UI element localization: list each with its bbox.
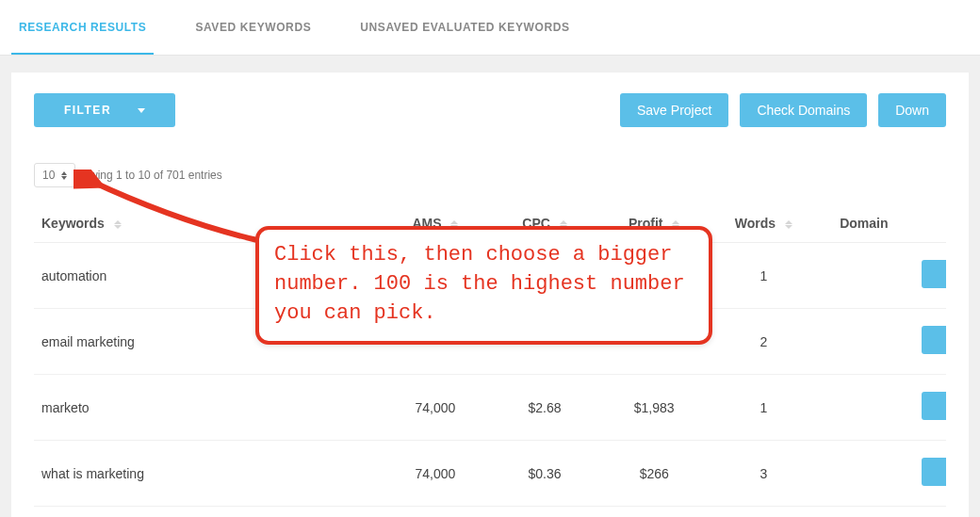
sort-icon	[114, 220, 122, 229]
row-action-button[interactable]	[922, 326, 946, 354]
page-size-value: 10	[42, 169, 55, 182]
cell-domain	[818, 507, 909, 518]
check-domains-button[interactable]: Check Domains	[740, 93, 867, 127]
cell-words: 3	[709, 441, 818, 507]
cell-words: 2	[709, 309, 818, 375]
cell-domain	[818, 441, 909, 507]
cell-domain	[818, 243, 909, 309]
showing-text: owing 1 to 10 of 701 entries	[83, 169, 221, 182]
tab-saved-keywords[interactable]: SAVED KEYWORDS	[188, 0, 318, 55]
tab-unsaved-evaluated-keywords[interactable]: UNSAVED EVALUATED KEYWORDS	[352, 0, 577, 55]
cell-profit: $3,230	[599, 507, 709, 518]
page-size-select[interactable]: 10	[34, 163, 75, 187]
table-row: marketing automation22,200$14.55$3,2302	[34, 507, 946, 518]
cell-ams: 22,200	[381, 507, 490, 518]
row-action-button[interactable]	[922, 392, 946, 420]
filter-button[interactable]: FILTER	[34, 93, 175, 127]
column-header-domain[interactable]: Domain	[818, 204, 909, 243]
cell-words: 2	[709, 507, 818, 518]
cell-words: 1	[709, 375, 818, 441]
cell-cpc: $14.55	[490, 507, 599, 518]
chevron-down-icon	[138, 108, 145, 113]
cell-domain	[818, 375, 909, 441]
annotation-callout: Click this, then choose a bigger number.…	[255, 226, 712, 345]
save-project-button[interactable]: Save Project	[620, 93, 728, 127]
annotation-text: Click this, then choose a bigger number.…	[274, 243, 685, 325]
tab-research-results[interactable]: RESEARCH RESULTS	[11, 0, 154, 55]
download-button[interactable]: Down	[878, 93, 946, 127]
cell-domain	[818, 309, 909, 375]
cell-ams: 74,000	[381, 441, 490, 507]
table-row: what is marketing74,000$0.36$2663	[34, 441, 946, 507]
cell-profit: $266	[599, 441, 709, 507]
cell-words: 1	[709, 243, 818, 309]
stepper-icon	[61, 171, 67, 180]
column-header-words[interactable]: Words	[709, 204, 818, 243]
cell-cpc: $2.68	[490, 375, 599, 441]
cell-ams: 74,000	[381, 375, 490, 441]
cell-keyword: marketo	[34, 375, 381, 441]
cell-cpc: $0.36	[490, 441, 599, 507]
tab-bar: RESEARCH RESULTS SAVED KEYWORDS UNSAVED …	[0, 0, 980, 56]
row-action-button[interactable]	[922, 260, 946, 288]
row-action-button[interactable]	[922, 458, 946, 486]
pager-controls: 10 owing 1 to 10 of 701 entries	[34, 163, 946, 187]
cell-profit: $1,983	[599, 375, 709, 441]
sort-icon	[785, 220, 792, 229]
table-row: marketo74,000$2.68$1,9831	[34, 375, 946, 441]
toolbar: FILTER Save Project Check Domains Down	[34, 93, 946, 127]
filter-label: FILTER	[64, 104, 111, 117]
cell-keyword: what is marketing	[34, 441, 381, 507]
cell-keyword: marketing automation	[34, 507, 381, 518]
